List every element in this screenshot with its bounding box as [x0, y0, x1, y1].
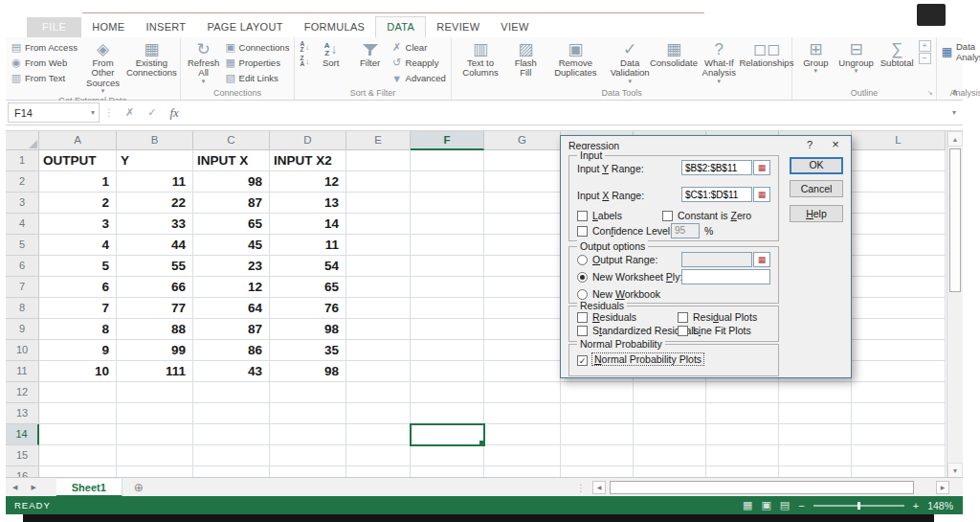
- consolidate-button[interactable]: ▦Consolidate: [656, 39, 692, 69]
- row-header-1[interactable]: 1: [6, 150, 39, 171]
- cell-C3[interactable]: 87: [193, 193, 270, 214]
- labels-label[interactable]: Labels: [592, 210, 622, 221]
- labels-checkbox[interactable]: [577, 211, 588, 221]
- tab-insert[interactable]: INSERT: [135, 17, 196, 37]
- flash-fill-button[interactable]: ▨Flash Fill: [507, 39, 544, 79]
- column-header-E[interactable]: E: [346, 131, 411, 150]
- cell-D4[interactable]: 14: [270, 214, 346, 235]
- cell-G11[interactable]: [484, 361, 561, 382]
- sort-button[interactable]: AZ↓Sort: [313, 39, 349, 69]
- cell-B1[interactable]: Y: [117, 150, 193, 171]
- cell-J14[interactable]: [706, 424, 779, 445]
- new-workbook-radio[interactable]: [577, 289, 588, 300]
- cell-F15[interactable]: [411, 445, 484, 466]
- cell-B11[interactable]: 111: [117, 361, 193, 382]
- cell-G15[interactable]: [484, 445, 561, 466]
- cell-C4[interactable]: 65: [193, 214, 270, 235]
- row-header-13[interactable]: 13: [6, 403, 39, 424]
- cell-E8[interactable]: [346, 298, 411, 319]
- cell-G5[interactable]: [484, 235, 561, 256]
- row-header-12[interactable]: 12: [6, 382, 39, 403]
- cell-E14[interactable]: [346, 424, 411, 445]
- cell-F13[interactable]: [411, 403, 484, 424]
- cell-D14[interactable]: [270, 424, 346, 445]
- cell-E15[interactable]: [346, 445, 411, 466]
- cell-J12[interactable]: [706, 382, 779, 403]
- cell-D15[interactable]: [270, 445, 346, 466]
- cell-C8[interactable]: 64: [193, 298, 270, 319]
- sheet-nav-left-icon[interactable]: ◀: [6, 484, 24, 491]
- zoom-percentage[interactable]: 148%: [927, 500, 953, 511]
- cell-F4[interactable]: [411, 214, 484, 235]
- cell-L6[interactable]: [852, 256, 946, 277]
- cell-G4[interactable]: [484, 214, 561, 235]
- cell-C9[interactable]: 87: [193, 319, 270, 340]
- data-validation-button[interactable]: ✓Data Validation▾: [607, 39, 652, 85]
- row-header-7[interactable]: 7: [6, 277, 39, 298]
- cell-A7[interactable]: 6: [39, 277, 117, 298]
- hide-detail-button[interactable]: −: [919, 53, 931, 64]
- cell-H14[interactable]: [561, 424, 634, 445]
- cell-L7[interactable]: [852, 277, 946, 298]
- cell-E6[interactable]: [346, 256, 411, 277]
- row-header-6[interactable]: 6: [6, 256, 39, 277]
- cell-F6[interactable]: [411, 256, 484, 277]
- sheet-tab-sheet1[interactable]: Sheet1: [56, 479, 122, 497]
- row-header-4[interactable]: 4: [6, 214, 39, 235]
- subtotal-button[interactable]: ∑Subtotal: [879, 39, 916, 69]
- existing-connections-button[interactable]: ▦Existing Connections: [128, 39, 175, 79]
- cell-E5[interactable]: [346, 235, 411, 256]
- cell-B9[interactable]: 88: [117, 319, 193, 340]
- cell-L5[interactable]: [852, 235, 946, 256]
- tab-home[interactable]: HOME: [81, 17, 135, 37]
- cell-C13[interactable]: [193, 403, 270, 424]
- cell-B8[interactable]: 77: [117, 298, 193, 319]
- input-x-range-picker-icon[interactable]: ▦: [753, 187, 770, 202]
- tab-file[interactable]: FILE: [27, 17, 81, 37]
- cell-C14[interactable]: [193, 424, 270, 445]
- tab-page-layout[interactable]: PAGE LAYOUT: [196, 17, 293, 37]
- tab-review[interactable]: REVIEW: [426, 17, 490, 37]
- cell-D11[interactable]: 98: [270, 361, 346, 382]
- cell-I12[interactable]: [634, 382, 706, 403]
- vertical-scrollbar-thumb[interactable]: [949, 148, 961, 292]
- row-header-8[interactable]: 8: [6, 298, 39, 319]
- row-header-2[interactable]: 2: [6, 171, 39, 193]
- cell-F11[interactable]: [411, 361, 484, 382]
- cell-D7[interactable]: 65: [270, 277, 346, 298]
- column-header-F[interactable]: F: [411, 131, 484, 150]
- normal-probability-plots-checkbox[interactable]: ✓: [577, 355, 588, 366]
- cell-D10[interactable]: 35: [270, 340, 346, 361]
- cell-F10[interactable]: [411, 340, 484, 361]
- constant-is-zero-checkbox[interactable]: [662, 211, 673, 221]
- cell-A1[interactable]: OUTPUT: [39, 150, 117, 171]
- cell-G7[interactable]: [484, 277, 561, 298]
- cell-F14[interactable]: [411, 424, 484, 445]
- relationships-button[interactable]: ◻◻Relationships: [746, 39, 787, 69]
- cell-L9[interactable]: [852, 319, 946, 340]
- cell-C15[interactable]: [193, 445, 270, 466]
- data-analysis-button[interactable]: ▦Data Analysis: [942, 39, 980, 62]
- clear-button[interactable]: ✗Clear: [391, 40, 446, 55]
- view-normal-icon[interactable]: ▦: [743, 499, 752, 511]
- row-header-9[interactable]: 9: [6, 319, 39, 340]
- cell-F5[interactable]: [411, 235, 484, 256]
- cell-A4[interactable]: 3: [39, 214, 117, 235]
- normal-probability-plots-label[interactable]: Normal Probability Plots: [592, 353, 703, 365]
- new-workbook-label[interactable]: New Workbook: [592, 288, 660, 300]
- cell-K13[interactable]: [779, 403, 852, 424]
- cell-F8[interactable]: [411, 298, 484, 319]
- cell-F1[interactable]: [411, 150, 484, 171]
- cell-K12[interactable]: [779, 382, 852, 403]
- tab-data[interactable]: DATA: [375, 16, 426, 37]
- filter-button[interactable]: Filter: [352, 39, 389, 69]
- cell-I14[interactable]: [634, 424, 706, 445]
- cell-F12[interactable]: [411, 382, 484, 403]
- cell-B15[interactable]: [117, 445, 193, 466]
- scroll-up-button[interactable]: ▲: [947, 131, 963, 147]
- formula-bar-expand-icon[interactable]: ▾: [946, 108, 963, 117]
- zoom-slider[interactable]: [813, 505, 904, 507]
- group-button[interactable]: ⊞Group▾: [797, 39, 834, 75]
- cell-A5[interactable]: 4: [39, 235, 117, 256]
- remove-duplicates-button[interactable]: ▣Remove Duplicates: [546, 39, 604, 79]
